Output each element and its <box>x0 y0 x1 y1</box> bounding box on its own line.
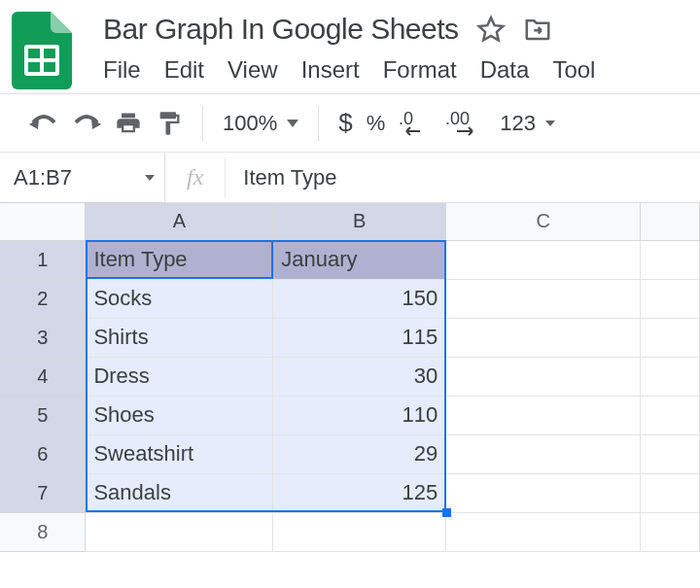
toolbar-separator <box>318 106 319 141</box>
cell[interactable]: Item Type <box>86 240 273 279</box>
row-header[interactable]: 6 <box>0 434 86 473</box>
cell[interactable] <box>273 512 446 551</box>
formula-bar: A1:B7 fx Item Type <box>0 153 700 203</box>
cell[interactable]: 30 <box>273 357 446 396</box>
cell[interactable] <box>446 473 641 512</box>
menu-insert[interactable]: Insert <box>301 56 360 84</box>
redo-icon[interactable] <box>72 113 101 134</box>
menu-format[interactable]: Format <box>383 56 457 84</box>
format-currency-button[interactable]: $ <box>338 108 352 138</box>
svg-text:.0: .0 <box>399 109 413 128</box>
cell[interactable] <box>641 473 700 512</box>
fx-icon: fx <box>165 164 225 190</box>
menu-tools[interactable]: Tool <box>552 56 595 84</box>
svg-text:.00: .00 <box>445 109 470 128</box>
fill-handle[interactable] <box>442 508 451 517</box>
cell[interactable]: Shirts <box>86 318 273 357</box>
column-header-c[interactable]: C <box>446 203 641 240</box>
decrease-decimal-button[interactable]: .0 <box>399 109 432 138</box>
cell[interactable]: 29 <box>273 434 446 473</box>
zoom-select[interactable]: 100% <box>223 111 298 136</box>
column-header-d[interactable] <box>641 203 700 240</box>
cell[interactable]: Dress <box>86 357 273 396</box>
cell[interactable]: 115 <box>273 318 446 357</box>
sheets-logo-icon[interactable] <box>12 12 72 89</box>
cell[interactable] <box>446 512 641 551</box>
cell[interactable] <box>446 357 641 396</box>
undo-icon[interactable] <box>29 113 58 134</box>
cell[interactable] <box>641 318 700 357</box>
cell[interactable]: January <box>273 240 446 279</box>
more-formats-button[interactable]: 123 <box>500 111 555 136</box>
paint-format-icon[interactable] <box>156 110 183 137</box>
cell[interactable]: Sweatshirt <box>86 434 273 473</box>
row-header[interactable]: 2 <box>0 279 86 318</box>
row-header[interactable]: 3 <box>0 318 86 357</box>
cell[interactable] <box>641 240 700 279</box>
cell[interactable] <box>446 434 641 473</box>
print-icon[interactable] <box>115 110 142 137</box>
chevron-down-icon <box>145 175 155 181</box>
row-header[interactable]: 1 <box>0 240 86 279</box>
menu-view[interactable]: View <box>228 56 278 84</box>
menubar: File Edit View Insert Format Data Tool <box>103 51 694 93</box>
cell[interactable] <box>641 512 700 551</box>
cell[interactable]: Sandals <box>86 473 273 512</box>
star-icon[interactable] <box>476 15 506 44</box>
toolbar-separator <box>202 106 203 141</box>
more-formats-label: 123 <box>500 111 536 136</box>
cell[interactable]: 150 <box>273 279 446 318</box>
cell[interactable] <box>641 434 700 473</box>
format-percent-button[interactable]: % <box>367 111 386 136</box>
menu-data[interactable]: Data <box>480 56 530 84</box>
cell[interactable] <box>641 279 700 318</box>
spreadsheet-grid[interactable]: A B C 1 Item Type January 2 Socks 150 3 … <box>0 203 700 552</box>
column-header-a[interactable]: A <box>86 203 273 240</box>
row-header[interactable]: 7 <box>0 473 86 512</box>
menu-edit[interactable]: Edit <box>164 56 204 84</box>
cell[interactable]: Socks <box>86 279 273 318</box>
select-all-corner[interactable] <box>0 203 86 240</box>
increase-decimal-button[interactable]: .00 <box>445 109 486 138</box>
cell[interactable] <box>641 396 700 434</box>
cell[interactable] <box>86 512 273 551</box>
column-header-b[interactable]: B <box>273 203 446 240</box>
toolbar: 100% $ % .0 .00 123 <box>0 94 700 153</box>
name-box-value: A1:B7 <box>14 165 72 190</box>
cell[interactable] <box>446 240 641 279</box>
cell[interactable]: 110 <box>273 396 446 434</box>
formula-bar-input[interactable]: Item Type <box>226 165 336 190</box>
row-header[interactable]: 4 <box>0 357 86 396</box>
row-header[interactable]: 5 <box>0 396 86 434</box>
cell[interactable]: Shoes <box>86 396 273 434</box>
chevron-down-icon <box>287 120 298 127</box>
zoom-value: 100% <box>223 111 277 136</box>
cell[interactable] <box>446 279 641 318</box>
doc-title[interactable]: Bar Graph In Google Sheets <box>103 13 459 46</box>
chevron-down-icon <box>545 121 555 126</box>
cell[interactable]: 125 <box>273 473 446 512</box>
move-to-folder-icon[interactable] <box>523 15 552 44</box>
row-header[interactable]: 8 <box>0 512 86 551</box>
cell[interactable] <box>446 318 641 357</box>
cell[interactable] <box>446 396 641 434</box>
name-box[interactable]: A1:B7 <box>0 153 165 202</box>
menu-file[interactable]: File <box>103 56 141 84</box>
cell[interactable] <box>641 357 700 396</box>
